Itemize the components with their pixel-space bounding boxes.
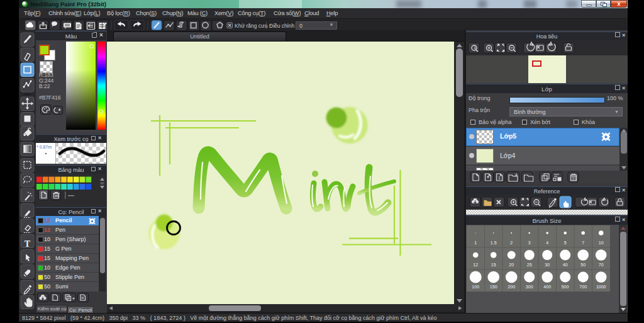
svg-text:1: 1 <box>498 176 501 180</box>
svg-text:2: 2 <box>510 241 513 245</box>
svg-text:7: 7 <box>582 241 584 245</box>
svg-text:400: 400 <box>543 285 551 289</box>
svg-text:30: 30 <box>545 263 550 267</box>
svg-text:700: 700 <box>579 285 587 289</box>
svg-text:1: 1 <box>474 241 477 245</box>
svg-text:4: 4 <box>546 241 548 245</box>
svg-text:100: 100 <box>472 285 479 289</box>
svg-text:5: 5 <box>564 241 567 245</box>
svg-text:20: 20 <box>509 263 514 267</box>
svg-text:1.5: 1.5 <box>491 241 497 245</box>
svg-text:12: 12 <box>473 263 478 267</box>
svg-text:50: 50 <box>580 263 586 267</box>
svg-text:200: 200 <box>508 285 515 289</box>
svg-text:500: 500 <box>562 285 569 289</box>
svg-text:Điều chỉnh: Điều chỉnh <box>269 23 294 29</box>
svg-text:40: 40 <box>563 263 568 267</box>
svg-text:150: 150 <box>490 285 497 289</box>
svg-text:70: 70 <box>599 263 604 267</box>
svg-text:25: 25 <box>527 263 532 267</box>
svg-text:Khử răng cưa: Khử răng cưa <box>235 23 268 29</box>
svg-text:3: 3 <box>528 241 531 245</box>
svg-text:10: 10 <box>599 241 604 245</box>
svg-text:1000: 1000 <box>596 285 606 289</box>
svg-text:300: 300 <box>526 285 533 289</box>
svg-text:15: 15 <box>491 263 496 267</box>
svg-text:T: T <box>25 239 31 249</box>
